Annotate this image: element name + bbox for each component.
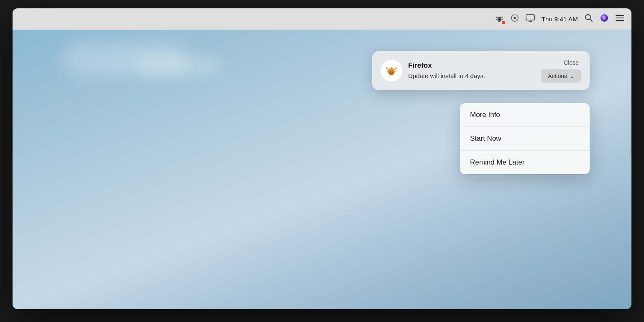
start-now-item[interactable]: Start Now	[460, 127, 590, 151]
notification-buttons: Close Actions ⌄	[541, 58, 581, 83]
remind-me-later-item[interactable]: Remind Me Later	[460, 151, 590, 174]
desktop: Firefox Update will install in 4 days. C…	[13, 30, 631, 309]
display-icon[interactable]	[526, 14, 535, 24]
actions-dropdown-menu: More Info Start Now Remind Me Later	[460, 103, 590, 174]
notification-content: Firefox Update will install in 4 days.	[408, 61, 535, 80]
mac-window: Thu 9:41 AM	[13, 8, 631, 309]
notification-card: Firefox Update will install in 4 days. C…	[372, 51, 590, 90]
more-info-item[interactable]: More Info	[460, 103, 590, 127]
svg-point-1	[498, 18, 499, 19]
svg-point-8	[585, 15, 590, 20]
svg-point-20	[392, 70, 393, 71]
svg-line-9	[590, 19, 592, 21]
notification-top: Firefox Update will install in 4 days. C…	[381, 58, 581, 83]
svg-rect-5	[526, 15, 534, 20]
actions-label: Actions	[548, 73, 567, 79]
actions-button[interactable]: Actions ⌄	[541, 69, 581, 83]
menubar-time: Thu 9:41 AM	[542, 15, 578, 23]
notification-body: Update will install in 4 days.	[408, 71, 535, 80]
close-button[interactable]: Close	[561, 58, 581, 67]
chevron-down-icon: ⌄	[570, 73, 575, 79]
svg-point-2	[500, 18, 501, 19]
notification-app-icon	[381, 60, 402, 81]
siri-icon[interactable]	[600, 13, 609, 25]
svg-point-4	[514, 17, 516, 19]
menu-icon[interactable]	[616, 15, 624, 23]
svg-point-19	[390, 70, 391, 71]
wasp-menubar-icon[interactable]	[495, 15, 504, 24]
recording-icon[interactable]	[511, 14, 519, 24]
menubar-icons: Thu 9:41 AM	[495, 13, 624, 25]
menubar: Thu 9:41 AM	[13, 8, 631, 30]
red-dot	[502, 21, 505, 24]
notification-title: Firefox	[408, 61, 535, 70]
search-icon[interactable]	[585, 14, 593, 24]
